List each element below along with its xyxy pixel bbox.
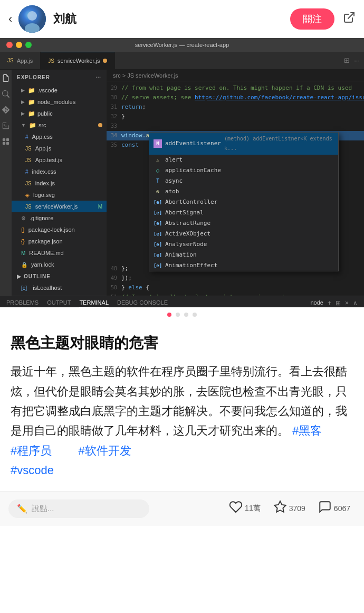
autocomplete-popup: M addEventListener (method) addEventList…: [149, 132, 339, 271]
comment-input[interactable]: ✏️ 說點...: [8, 499, 149, 518]
close-terminal-icon[interactable]: ×: [345, 299, 349, 307]
autocomplete-item[interactable]: [e] AnalyserNode: [149, 239, 338, 250]
comment-count: 6067: [334, 504, 350, 513]
search-icon[interactable]: [2, 90, 10, 98]
sidebar-item-index-css[interactable]: # index.css: [12, 166, 107, 177]
heart-icon: [229, 500, 243, 517]
more-actions-icon[interactable]: ···: [354, 56, 360, 64]
sidebar-item-app-js[interactable]: JS App.js: [12, 143, 107, 154]
outline-item-register[interactable]: ▼[e] register: [12, 294, 107, 296]
tab-app-js[interactable]: JS App.js: [0, 52, 41, 69]
window-controls: [6, 42, 32, 48]
dot-1[interactable]: [167, 313, 171, 317]
tab-debug-console[interactable]: DEBUG CONSOLE: [117, 299, 168, 307]
hashtag-programmer[interactable]: #程序员: [11, 444, 52, 457]
autocomplete-item[interactable]: [e] ActiveXObject: [149, 229, 338, 239]
like-button[interactable]: 11萬: [224, 497, 266, 520]
sidebar-item-app-css[interactable]: # App.css: [12, 131, 107, 143]
article-body: 黑色主题对眼睛的危害 最近十年，黑色主题的软件在程序员圈子里特别流行。看上去很酷…: [0, 322, 364, 491]
editor-area: src > JS serviceWorker.js 29 // from wha…: [107, 70, 364, 296]
autocomplete-item[interactable]: ○ applicationCache: [149, 165, 338, 176]
sidebar-item-package[interactable]: {} package.json: [12, 235, 107, 247]
new-file-icon[interactable]: ⋯: [95, 74, 101, 80]
editor-breadcrumb: src > JS serviceWorker.js: [107, 70, 364, 81]
svg-line-3: [348, 13, 354, 18]
hashtag-vscode[interactable]: #vscode: [11, 464, 54, 477]
sidebar-item-logo-svg[interactable]: ◈ logo.svg: [12, 189, 107, 201]
avatar[interactable]: [18, 5, 46, 33]
terminal-area: PROBLEMS OUTPUT TERMINAL DEBUG CONSOLE n…: [0, 296, 364, 307]
bottom-actions: 11萬 3709 6067: [149, 497, 356, 520]
star-button[interactable]: 3709: [268, 497, 311, 520]
outline-header[interactable]: ▶ OUTLINE: [12, 270, 107, 282]
star-icon: [273, 500, 287, 517]
code-line: 32 }: [107, 112, 364, 121]
sidebar-item-index-js[interactable]: JS index.js: [12, 177, 107, 189]
sidebar-item-package-lock[interactable]: {} package-lock.json: [12, 224, 107, 235]
minimize-icon: [16, 42, 22, 48]
comment-placeholder: 說點...: [32, 504, 54, 514]
autocomplete-selected-item: M addEventListener (method) addEventList…: [149, 133, 338, 155]
modified-badge: [98, 123, 102, 127]
code-editor[interactable]: 29 // from what page is served on. This …: [107, 81, 364, 296]
close-icon: [6, 42, 13, 48]
autocomplete-item[interactable]: T async: [149, 176, 338, 186]
code-line: 30 // serve assets; see https://github.c…: [107, 93, 364, 102]
add-terminal-icon[interactable]: +: [328, 299, 331, 307]
sidebar-item-public[interactable]: ▶📁 public: [12, 108, 107, 119]
autocomplete-item[interactable]: [e] AbstractRange: [149, 218, 338, 229]
comment-button[interactable]: 6067: [313, 497, 356, 520]
autocomplete-item[interactable]: ⊙ atob: [149, 186, 338, 197]
split-terminal-icon[interactable]: ⊞: [336, 299, 341, 307]
outline-item-islocalhost[interactable]: [e] isLocalhost: [12, 282, 107, 294]
terminal-tab-bar: PROBLEMS OUTPUT TERMINAL DEBUG CONSOLE n…: [0, 296, 364, 307]
tab-output[interactable]: OUTPUT: [47, 299, 71, 307]
sidebar-item-gitignore[interactable]: ⚙ .gitignore: [12, 212, 107, 224]
sidebar-item-src[interactable]: ▼📁 src: [12, 119, 107, 131]
debug-icon[interactable]: [2, 121, 10, 130]
terminal-actions: node + ⊞ × ∧: [310, 299, 358, 307]
share-icon[interactable]: [343, 11, 356, 27]
autocomplete-item[interactable]: ⚠ alert: [149, 155, 338, 165]
svg-marker-4: [274, 501, 286, 512]
article-text: 最近十年，黑色主题的软件在程序员圈子里特别流行。看上去很酷炫，但代价是眼睛会莫名…: [11, 362, 353, 480]
split-editor-icon[interactable]: ⊞: [344, 56, 350, 64]
tab-service-worker[interactable]: JS serviceWorker.js: [41, 52, 115, 69]
tab-terminal[interactable]: TERMINAL: [79, 299, 109, 307]
autocomplete-item[interactable]: [e] AbortSignal: [149, 208, 338, 218]
dot-2[interactable]: [176, 313, 180, 317]
dot-3[interactable]: [184, 313, 188, 317]
hashtag-hacker[interactable]: #黑客: [292, 424, 322, 437]
code-line: 33: [107, 121, 364, 131]
explorer-icon[interactable]: [2, 74, 10, 82]
back-button[interactable]: ‹: [8, 12, 12, 26]
extensions-icon[interactable]: [2, 137, 10, 146]
vscode-titlebar: serviceWorker.js — create-react-app: [0, 38, 364, 52]
user-name: 刘航: [53, 11, 290, 27]
maximize-terminal-icon[interactable]: ∧: [353, 299, 358, 307]
autocomplete-item[interactable]: [e] AnimationEffect: [149, 260, 338, 271]
dot-4[interactable]: [193, 313, 197, 317]
sidebar-item-readme[interactable]: M README.md: [12, 247, 107, 259]
sidebar-item-yam-lock[interactable]: 🔒 yam.lock: [12, 259, 107, 270]
like-count: 11萬: [245, 504, 261, 513]
autocomplete-item[interactable]: [e] AbortController: [149, 197, 338, 208]
code-line: 51 // Is not localhost. Just register se…: [107, 293, 364, 296]
header: ‹ 刘航 關注: [0, 0, 364, 38]
hashtag-software-dev[interactable]: #软件开发: [78, 444, 131, 457]
activity-bar: [0, 70, 12, 296]
tab-problems[interactable]: PROBLEMS: [6, 299, 39, 307]
autocomplete-item[interactable]: [e] Animation: [149, 250, 338, 260]
node-label: node: [310, 299, 323, 307]
follow-button[interactable]: 關注: [290, 8, 334, 30]
code-line: 49 });: [107, 274, 364, 283]
sidebar-item-vscode[interactable]: ▶📁 .vscode: [12, 84, 107, 96]
explorer-header: EXPLORER ⋯: [12, 70, 107, 84]
code-line: 29 // from what page is served on. This …: [107, 83, 364, 93]
git-icon[interactable]: [2, 106, 10, 114]
sidebar-item-service-worker[interactable]: JS serviceWorker.js M: [12, 201, 107, 212]
maximize-icon: [25, 42, 32, 48]
vscode-screenshot: serviceWorker.js — create-react-app JS A…: [0, 38, 364, 307]
sidebar-item-app-test-js[interactable]: JS App.test.js: [12, 154, 107, 166]
sidebar-item-node-modules[interactable]: ▶📁 node_modules: [12, 96, 107, 108]
